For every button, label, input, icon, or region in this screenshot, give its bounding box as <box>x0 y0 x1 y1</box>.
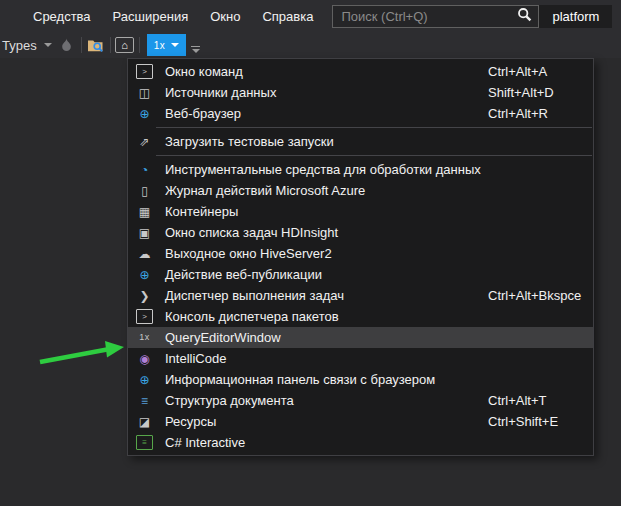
menu-item-label: Источники данных <box>165 85 276 100</box>
hiveserver2-output-icon: ☁ <box>136 246 153 261</box>
menu-item-data-processing-tools[interactable]: ◔ Инструментальные средства для обработк… <box>128 159 593 180</box>
menubar-item-window[interactable]: Окно <box>199 3 251 30</box>
menu-item-label: Структура документа <box>165 393 294 408</box>
types-label: Types <box>2 38 37 53</box>
web-publish-action-icon: ⊕ <box>136 267 153 282</box>
other-windows-dropdown-menu: > Окно команд Ctrl+Alt+A ◫ Источники дан… <box>127 58 594 456</box>
menu-item-hdinsight-task-list[interactable]: ▣ Окно списка задач HDInsight <box>128 222 593 243</box>
menu-item-document-outline[interactable]: ≡ Структура документа Ctrl+Alt+T <box>128 390 593 411</box>
zoom-1x-dropdown-button[interactable]: 1x <box>147 34 187 56</box>
menu-item-label: Информационная панель связи с браузером <box>165 372 435 387</box>
home-glyph: ⌂ <box>115 37 134 53</box>
menu-item-browser-link-dashboard[interactable]: ⊕ Информационная панель связи с браузеро… <box>128 369 593 390</box>
types-dropdown[interactable]: Types <box>2 38 52 53</box>
toolbar: Types ⌂ 1x <box>0 32 621 58</box>
menu-item-command-window[interactable]: > Окно команд Ctrl+Alt+A <box>128 61 593 82</box>
menubar: СредстваРасширенияОкноСправка <box>22 3 324 30</box>
toolbar-separator <box>139 37 140 53</box>
menu-item-label: Веб-браузер <box>165 106 241 121</box>
chevron-down-icon <box>44 43 52 47</box>
menu-item-web-publish-action[interactable]: ⊕ Действие веб-публикации <box>128 264 593 285</box>
menu-item-shortcut: Ctrl+Alt+R <box>488 106 548 121</box>
search-box[interactable] <box>332 5 539 28</box>
toolbar-separator <box>110 37 111 53</box>
title-bar: СредстваРасширенияОкноСправка platform <box>0 0 621 32</box>
menu-separator <box>156 155 592 156</box>
menu-item-data-sources[interactable]: ◫ Источники данных Shift+Alt+D <box>128 82 593 103</box>
menu-item-label: Консоль диспетчера пакетов <box>165 309 339 324</box>
hdinsight-task-list-icon: ▣ <box>136 225 153 240</box>
folder-search-icon[interactable] <box>85 34 107 56</box>
containers-icon: ▦ <box>136 204 153 219</box>
menu-item-resources[interactable]: ◪ Ресурсы Ctrl+Shift+E <box>128 411 593 432</box>
web-browser-icon: ⊕ <box>136 106 153 121</box>
menu-item-label: Окно команд <box>165 64 243 79</box>
menu-item-shortcut: Ctrl+Alt+Bkspce <box>488 288 581 303</box>
menu-item-label: IntelliCode <box>165 351 226 366</box>
menu-item-query-editor-window[interactable]: 1x QueryEditorWindow <box>128 327 593 348</box>
menu-item-label: Ресурсы <box>165 414 216 429</box>
azure-activity-log-icon: ▯ <box>136 183 153 198</box>
menu-item-label: QueryEditorWindow <box>165 330 281 345</box>
search-input[interactable] <box>341 9 517 24</box>
zoom-level-label: 1x <box>154 40 166 51</box>
csharp-interactive-icon: ≡ <box>136 435 153 450</box>
resources-icon: ◪ <box>136 414 153 429</box>
account-badge[interactable]: platform <box>539 5 612 28</box>
menu-item-containers[interactable]: ▦ Контейнеры <box>128 201 593 222</box>
menu-item-label: Действие веб-публикации <box>165 267 322 282</box>
browser-link-dashboard-icon: ⊕ <box>136 372 153 387</box>
document-outline-icon: ≡ <box>136 393 153 408</box>
home-icon[interactable]: ⌂ <box>114 34 136 56</box>
menu-item-label: Окно списка задач HDInsight <box>165 225 338 240</box>
search-icon[interactable] <box>517 7 532 25</box>
menu-item-label: C# Interactive <box>165 435 245 450</box>
toolbar-overflow-button[interactable] <box>191 46 200 53</box>
package-manager-console-icon: > <box>136 309 153 324</box>
menu-separator <box>156 127 592 128</box>
chevron-down-icon <box>192 49 200 53</box>
flame-icon[interactable] <box>56 34 78 56</box>
task-runner-icon: ❯ <box>136 288 153 303</box>
data-processing-tools-icon: ◔ <box>136 162 153 177</box>
chevron-down-icon <box>171 43 179 47</box>
menubar-item-help[interactable]: Справка <box>251 3 324 30</box>
menu-item-label: Инструментальные средства для обработки … <box>165 162 481 177</box>
menubar-item-extensions[interactable]: Расширения <box>102 3 200 30</box>
command-window-icon: > <box>136 64 153 79</box>
menu-item-package-manager-console[interactable]: > Консоль диспетчера пакетов <box>128 306 593 327</box>
menu-item-shortcut: Ctrl+Alt+A <box>488 64 547 79</box>
menu-item-label: Журнал действий Microsoft Azure <box>165 183 365 198</box>
menu-item-label: Загрузить тестовые запуски <box>165 134 334 149</box>
menu-item-label: Выходное окно HiveServer2 <box>165 246 332 261</box>
menu-item-intellicode[interactable]: ◉ IntelliCode <box>128 348 593 369</box>
load-test-runs-icon: ⇗ <box>136 134 153 149</box>
annotation-arrow <box>18 336 130 382</box>
toolbar-separator <box>81 37 82 53</box>
data-sources-icon: ◫ <box>136 85 153 100</box>
menu-item-hiveserver2-output[interactable]: ☁ Выходное окно HiveServer2 <box>128 243 593 264</box>
menu-item-web-browser[interactable]: ⊕ Веб-браузер Ctrl+Alt+R <box>128 103 593 124</box>
menubar-item-tools[interactable]: Средства <box>22 3 102 30</box>
menu-item-label: Контейнеры <box>165 204 238 219</box>
menu-item-shortcut: Ctrl+Alt+T <box>488 393 547 408</box>
query-editor-icon: 1x <box>136 330 153 345</box>
menu-item-shortcut: Shift+Alt+D <box>488 85 554 100</box>
intellicode-icon: ◉ <box>136 351 153 366</box>
menu-item-task-runner-explorer[interactable]: ❯ Диспетчер выполнения задач Ctrl+Alt+Bk… <box>128 285 593 306</box>
menu-item-label: Диспетчер выполнения задач <box>165 288 344 303</box>
menu-item-load-test-runs[interactable]: ⇗ Загрузить тестовые запуски <box>128 131 593 152</box>
menu-item-azure-activity-log[interactable]: ▯ Журнал действий Microsoft Azure <box>128 180 593 201</box>
menu-item-shortcut: Ctrl+Shift+E <box>488 414 558 429</box>
menu-item-csharp-interactive[interactable]: ≡ C# Interactive <box>128 432 593 453</box>
